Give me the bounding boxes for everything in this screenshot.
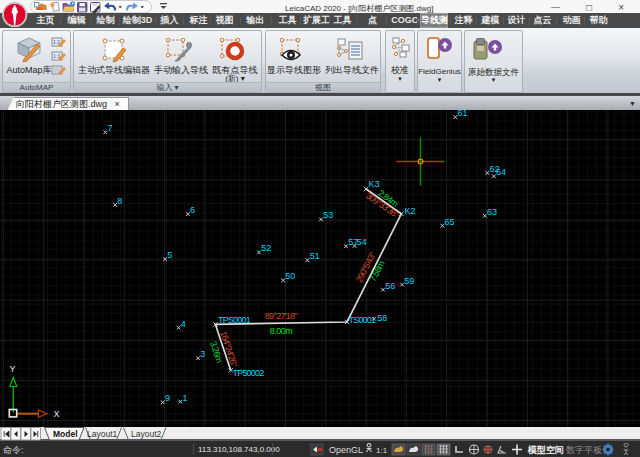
svg-text:65: 65	[445, 217, 455, 227]
svg-text:9: 9	[165, 393, 170, 403]
svg-text:89°27'18": 89°27'18"	[265, 311, 298, 321]
svg-text:Layout1: Layout1	[87, 429, 118, 439]
svg-text:50: 50	[285, 271, 295, 281]
svg-text:8.00m: 8.00m	[270, 326, 293, 336]
svg-text:54: 54	[357, 237, 367, 247]
svg-text:TP50002: TP50002	[233, 368, 265, 378]
svg-text:64: 64	[496, 167, 506, 177]
svg-text:51: 51	[310, 251, 320, 261]
svg-text:TS0001: TS0001	[349, 315, 377, 325]
svg-text:5: 5	[167, 250, 172, 260]
svg-text:Model: Model	[53, 429, 78, 439]
svg-text:6: 6	[190, 205, 195, 215]
svg-text:58: 58	[377, 313, 387, 323]
svg-text:63: 63	[487, 207, 497, 217]
svg-text:56: 56	[385, 281, 395, 291]
svg-text:52: 52	[261, 243, 271, 253]
svg-text:TPS0001: TPS0001	[218, 315, 251, 325]
svg-text:K2: K2	[405, 206, 416, 216]
svg-text:1:1: 1:1	[376, 446, 388, 455]
svg-text:4: 4	[181, 319, 186, 329]
svg-text:Y: Y	[10, 364, 16, 374]
svg-text:X: X	[54, 409, 60, 419]
svg-text:数字平板: 数字平板	[566, 445, 602, 455]
svg-text:Layout2: Layout2	[131, 429, 162, 439]
svg-text:59: 59	[404, 276, 414, 286]
svg-text:53: 53	[323, 210, 333, 220]
svg-text:OpenGL: OpenGL	[329, 445, 363, 455]
svg-text:61: 61	[458, 110, 468, 118]
svg-text:3: 3	[200, 349, 205, 359]
svg-text:8: 8	[117, 196, 122, 206]
svg-text:1: 1	[183, 393, 188, 403]
svg-text:K3: K3	[369, 179, 380, 189]
svg-text:模型空间: 模型空间	[527, 445, 564, 455]
svg-text:7: 7	[108, 123, 113, 133]
